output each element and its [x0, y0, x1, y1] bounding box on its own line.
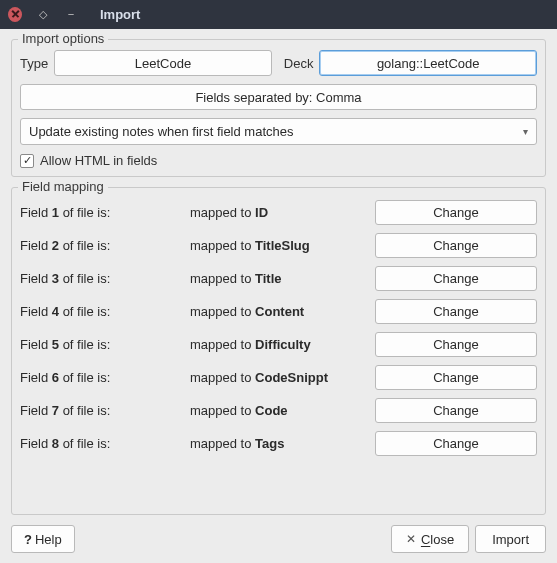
change-mapping-button[interactable]: Change: [375, 233, 537, 258]
allow-html-checkbox[interactable]: ✓: [20, 154, 34, 168]
close-icon: ✕: [406, 532, 416, 546]
field-of-file-label: Field 6 of file is:: [20, 370, 190, 385]
note-type-button[interactable]: LeetCode: [54, 50, 272, 76]
titlebar: ◇ − Import: [0, 0, 557, 29]
change-mapping-button[interactable]: Change: [375, 299, 537, 324]
field-mapping-row: Field 4 of file is:mapped to ContentChan…: [20, 299, 537, 324]
close-window-icon[interactable]: [8, 8, 22, 22]
mapped-to-label: mapped to ID: [190, 205, 375, 220]
deck-label: Deck: [284, 56, 314, 71]
import-mode-dropdown[interactable]: Update existing notes when first field m…: [20, 118, 537, 145]
mapped-to-label: mapped to Content: [190, 304, 375, 319]
allow-html-checkbox-row[interactable]: ✓ Allow HTML in fields: [20, 153, 537, 168]
field-of-file-label: Field 8 of file is:: [20, 436, 190, 451]
field-mapping-row: Field 5 of file is:mapped to DifficultyC…: [20, 332, 537, 357]
type-label: Type: [20, 56, 48, 71]
mapped-to-label: mapped to Code: [190, 403, 375, 418]
help-button-label: Help: [35, 532, 62, 547]
import-mode-value: Update existing notes when first field m…: [29, 124, 293, 139]
mapped-to-label: mapped to CodeSnippt: [190, 370, 375, 385]
help-icon: ?: [24, 532, 32, 547]
field-mapping-list: Field 1 of file is:mapped to IDChangeFie…: [20, 200, 537, 456]
field-separator-button[interactable]: Fields separated by: Comma: [20, 84, 537, 110]
change-mapping-button[interactable]: Change: [375, 200, 537, 225]
change-mapping-button[interactable]: Change: [375, 365, 537, 390]
field-mapping-row: Field 6 of file is:mapped to CodeSnipptC…: [20, 365, 537, 390]
help-button[interactable]: ?Help: [11, 525, 75, 553]
field-mapping-row: Field 2 of file is:mapped to TitleSlugCh…: [20, 233, 537, 258]
import-button[interactable]: Import: [475, 525, 546, 553]
client-area: Import options Type LeetCode Deck golang…: [0, 29, 557, 563]
mapped-to-label: mapped to Title: [190, 271, 375, 286]
field-of-file-label: Field 7 of file is:: [20, 403, 190, 418]
change-mapping-button[interactable]: Change: [375, 266, 537, 291]
field-mapping-row: Field 1 of file is:mapped to IDChange: [20, 200, 537, 225]
chevron-down-icon: ▾: [523, 126, 528, 137]
field-of-file-label: Field 3 of file is:: [20, 271, 190, 286]
close-button[interactable]: ✕ Close: [391, 525, 469, 553]
window-title: Import: [100, 7, 140, 22]
allow-html-label: Allow HTML in fields: [40, 153, 157, 168]
import-options-group: Import options Type LeetCode Deck golang…: [11, 39, 546, 177]
field-of-file-label: Field 4 of file is:: [20, 304, 190, 319]
minimize-window-icon[interactable]: −: [64, 8, 78, 22]
field-of-file-label: Field 2 of file is:: [20, 238, 190, 253]
change-mapping-button[interactable]: Change: [375, 398, 537, 423]
bottom-bar: ?Help ✕ Close Import: [11, 525, 546, 553]
mapped-to-label: mapped to Tags: [190, 436, 375, 451]
field-mapping-row: Field 7 of file is:mapped to CodeChange: [20, 398, 537, 423]
close-button-label: Close: [421, 532, 454, 547]
field-mapping-group: Field mapping Field 1 of file is:mapped …: [11, 187, 546, 515]
mapped-to-label: mapped to TitleSlug: [190, 238, 375, 253]
field-mapping-row: Field 8 of file is:mapped to TagsChange: [20, 431, 537, 456]
change-mapping-button[interactable]: Change: [375, 431, 537, 456]
field-mapping-row: Field 3 of file is:mapped to TitleChange: [20, 266, 537, 291]
field-mapping-title: Field mapping: [18, 179, 108, 194]
maximize-window-icon[interactable]: ◇: [36, 8, 50, 22]
deck-button[interactable]: golang::LeetCode: [319, 50, 537, 76]
change-mapping-button[interactable]: Change: [375, 332, 537, 357]
import-options-title: Import options: [18, 31, 108, 46]
mapped-to-label: mapped to Difficulty: [190, 337, 375, 352]
field-of-file-label: Field 1 of file is:: [20, 205, 190, 220]
field-of-file-label: Field 5 of file is:: [20, 337, 190, 352]
